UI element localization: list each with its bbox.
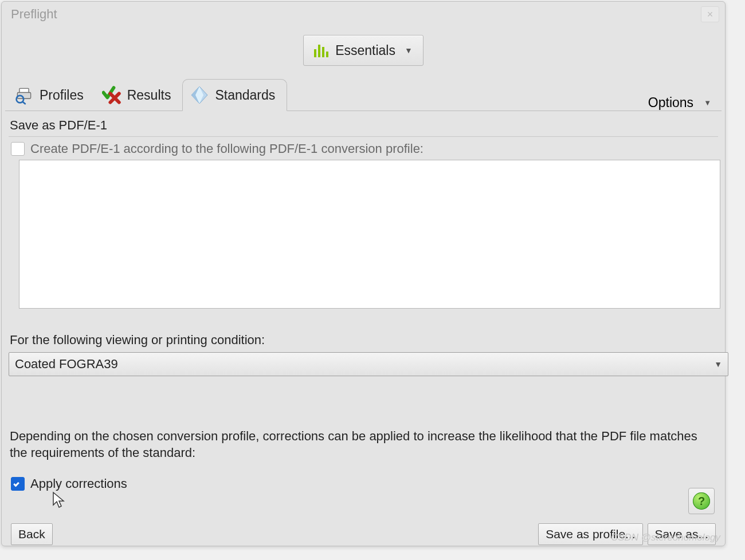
condition-label: For the following viewing or printing co…	[10, 332, 716, 349]
printer-search-icon	[14, 85, 34, 105]
save-as-button[interactable]: Save as...	[648, 523, 716, 545]
essentials-label: Essentials	[335, 43, 395, 58]
help-button[interactable]: ?	[688, 488, 715, 514]
close-icon: ×	[707, 9, 713, 21]
chevron-down-icon: ▼	[704, 98, 711, 107]
preflight-window: Preflight × Essentials ▼ Profiles	[1, 1, 726, 546]
tabs-row: Profiles Results Standards Option	[2, 69, 725, 111]
tab-results-label: Results	[127, 88, 171, 103]
conversion-profile-listbox[interactable]	[19, 160, 720, 309]
corrections-description: Depending on the chosen conversion profi…	[10, 428, 716, 462]
mouse-cursor-icon	[52, 491, 65, 508]
condition-dropdown[interactable]: Coated FOGRA39 ▼	[9, 352, 728, 376]
help-icon: ?	[693, 492, 710, 510]
essentials-icon	[314, 44, 328, 57]
tab-profiles-label: Profiles	[40, 88, 84, 103]
chevron-down-icon: ▼	[405, 46, 413, 55]
chevron-down-icon: ▼	[714, 360, 722, 369]
toolstrip: Essentials ▼	[2, 27, 725, 66]
back-button[interactable]: Back	[11, 523, 53, 545]
create-profile-label: Create PDF/E-1 according to the followin…	[30, 141, 424, 156]
condition-selected: Coated FOGRA39	[15, 357, 118, 372]
apply-corrections-label: Apply corrections	[30, 476, 127, 491]
tab-results[interactable]: Results	[95, 80, 183, 111]
tab-standards-label: Standards	[215, 88, 275, 103]
gem-icon	[190, 85, 209, 105]
essentials-dropdown[interactable]: Essentials ▼	[303, 35, 424, 66]
titlebar: Preflight ×	[2, 2, 725, 27]
divider	[9, 136, 718, 137]
check-x-icon	[102, 85, 121, 105]
save-as-profile-button[interactable]: Save as profile...	[538, 523, 642, 545]
tab-profiles[interactable]: Profiles	[7, 80, 95, 111]
apply-corrections-checkbox[interactable]	[11, 477, 25, 491]
section-title: Save as PDF/E-1	[9, 117, 718, 135]
create-profile-checkbox[interactable]	[11, 142, 25, 156]
svg-marker-6	[195, 86, 203, 104]
options-label: Options	[648, 95, 693, 111]
options-menu[interactable]: Options ▼	[648, 95, 719, 111]
footer: Back Save as profile... Save as...	[11, 523, 716, 545]
content-area: Save as PDF/E-1 Create PDF/E-1 according…	[5, 111, 722, 551]
tab-standards[interactable]: Standards	[182, 79, 287, 111]
create-profile-row: Create PDF/E-1 according to the followin…	[11, 141, 718, 156]
close-button[interactable]: ×	[701, 6, 719, 22]
window-title: Preflight	[6, 7, 57, 22]
apply-corrections-row: Apply corrections	[11, 476, 718, 491]
svg-line-3	[22, 102, 25, 104]
